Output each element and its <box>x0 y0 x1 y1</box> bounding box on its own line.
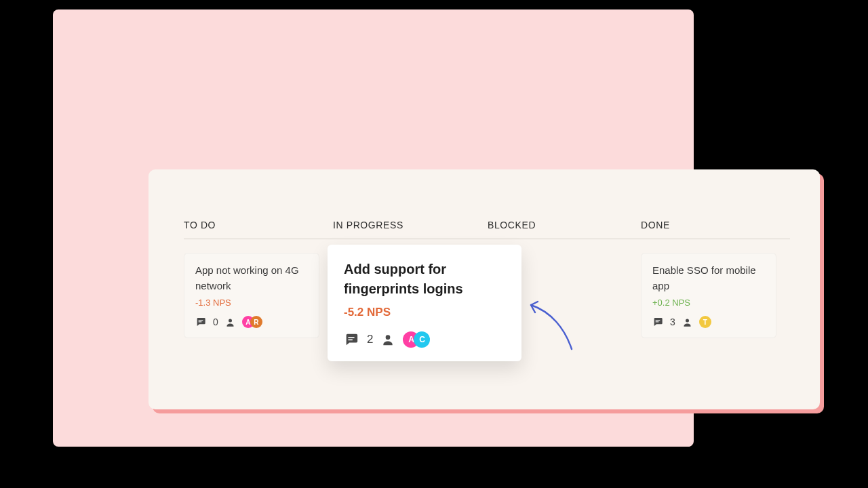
lane-todo: App not working on 4G network -1.3 NPS 0… <box>184 239 333 338</box>
card-nps: -1.3 NPS <box>195 298 308 308</box>
comments-count: 0 <box>213 317 218 327</box>
assignee-avatars: AR <box>242 316 262 328</box>
avatar[interactable]: T <box>699 316 711 328</box>
svg-point-5 <box>386 335 391 340</box>
user-icon <box>225 317 235 327</box>
card-title: Add support for fingerprints logins <box>344 260 505 299</box>
user-icon <box>381 333 395 346</box>
card-in-progress[interactable]: Add support for fingerprints logins -5.2… <box>328 245 521 361</box>
lane-done: Enable SSO for mobile app +0.2 NPS 3 T <box>641 239 790 338</box>
card-nps: -5.2 NPS <box>344 306 505 319</box>
comments-icon <box>652 317 663 327</box>
avatar[interactable]: C <box>414 331 430 348</box>
column-header-in-progress[interactable]: IN PROGRESS <box>333 220 488 230</box>
card-meta: 2 AC <box>344 331 505 348</box>
card-nps: +0.2 NPS <box>652 298 765 308</box>
svg-rect-7 <box>656 321 659 322</box>
card-done[interactable]: Enable SSO for mobile app +0.2 NPS 3 T <box>641 253 776 338</box>
svg-rect-1 <box>199 321 202 322</box>
avatar[interactable]: R <box>250 316 262 328</box>
comments-count: 2 <box>367 333 373 346</box>
column-header-done[interactable]: DONE <box>641 220 790 230</box>
card-meta: 3 T <box>652 316 765 328</box>
card-title: Enable SSO for mobile app <box>652 263 765 293</box>
comments-icon <box>195 317 206 327</box>
user-icon <box>682 317 692 327</box>
svg-point-2 <box>229 319 232 322</box>
board-lane: App not working on 4G network -1.3 NPS 0… <box>184 239 790 338</box>
kanban-board: TO DO IN PROGRESS BLOCKED DONE App not w… <box>149 169 820 409</box>
svg-rect-3 <box>348 337 354 338</box>
svg-rect-4 <box>348 340 352 341</box>
assignee-avatars: AC <box>403 331 430 348</box>
comments-icon <box>344 332 359 347</box>
column-headers: TO DO IN PROGRESS BLOCKED DONE <box>184 220 790 239</box>
svg-point-8 <box>686 319 689 322</box>
card-todo[interactable]: App not working on 4G network -1.3 NPS 0… <box>184 253 319 338</box>
comments-count: 3 <box>670 317 675 327</box>
card-meta: 0 AR <box>195 316 308 328</box>
assignee-avatars: T <box>699 316 711 328</box>
svg-rect-0 <box>199 320 203 321</box>
card-title: App not working on 4G network <box>195 263 308 293</box>
svg-rect-6 <box>656 320 660 321</box>
column-header-todo[interactable]: TO DO <box>184 220 333 230</box>
column-header-blocked[interactable]: BLOCKED <box>488 220 641 230</box>
